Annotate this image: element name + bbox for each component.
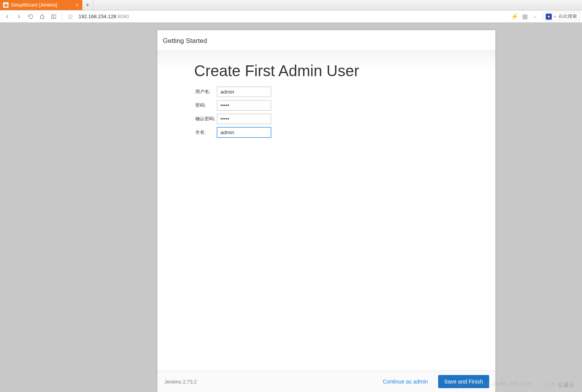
reload-icon [27,14,34,20]
chevron-right-icon [16,14,22,20]
separator [62,13,62,20]
browser-tab-bar: 🐵 SetupWizard [Jenkins] × + [0,0,582,10]
continue-as-admin-button[interactable]: Continue as admin [378,375,433,388]
username-input[interactable] [217,87,271,97]
row-fullname: 全名: [195,127,495,138]
modal-body: Create First Admin User 用户名: 密码: 确认密码: 全… [157,50,495,371]
search-placeholder: 在此搜索 [558,13,577,20]
close-tab-icon[interactable]: × [75,2,79,8]
back-button[interactable] [2,12,12,22]
password-input[interactable] [217,100,271,111]
row-username: 用户名: [195,87,495,97]
baidu-icon [546,14,552,20]
flash-icon[interactable]: ⚡ [510,13,519,20]
page-title: Create First Admin User [194,62,495,80]
page-content: Getting Started Create First Admin User … [0,23,582,392]
modal-footer: Jenkins 2.73.2 Continue as admin Save an… [157,371,495,392]
watermark-url: https://blog.csdn.net/zin [450,380,532,387]
panel-icon [51,14,57,20]
chevron-down-icon: ▾ [554,15,556,19]
bookmark-button[interactable] [65,12,75,22]
url-host: 192.168.234.128 [79,14,116,19]
row-password: 密码: [195,100,495,111]
address-bar[interactable]: 192.168.234.128:8080 [77,14,129,19]
sidebar-toggle[interactable] [49,12,59,22]
chevron-left-icon [4,14,10,20]
setup-wizard-modal: Getting Started Create First Admin User … [157,30,495,392]
url-port: :8080 [116,14,129,19]
row-confirm-password: 确认密码: [195,114,495,124]
admin-user-form: 用户名: 密码: 确认密码: 全名: [195,87,495,138]
home-icon [39,14,45,20]
label-confirm: 确认密码: [195,116,217,122]
modal-header: Getting Started [157,30,495,50]
reload-button[interactable] [26,12,36,22]
svg-rect-0 [52,15,56,18]
star-icon [67,14,73,20]
more-icon[interactable]: › [531,13,539,20]
label-password: 密码: [195,102,217,109]
browser-tab-active[interactable]: 🐵 SetupWizard [Jenkins] × [0,0,82,10]
watermark-brand: ⧂☁ 亿速云 [543,381,574,389]
home-button[interactable] [37,12,47,22]
tab-title: SetupWizard [Jenkins] [11,2,72,8]
search-provider-box[interactable]: ▾ 在此搜索 [543,12,580,21]
label-fullname: 全名: [195,129,217,136]
new-tab-button[interactable]: + [82,0,93,10]
label-username: 用户名: [195,89,217,95]
confirm-password-input[interactable] [217,114,271,124]
jenkins-favicon: 🐵 [3,2,9,8]
forward-button[interactable] [14,12,24,22]
fullname-input[interactable] [217,127,271,138]
cloud-icon: ⧂☁ [543,381,556,389]
qr-icon[interactable]: ▦ [521,13,529,20]
browser-nav-bar: 192.168.234.128:8080 ⚡ ▦ › ▾ 在此搜索 [0,10,582,23]
watermark-text: 亿速云 [558,382,574,389]
jenkins-version: Jenkins 2.73.2 [164,379,197,385]
